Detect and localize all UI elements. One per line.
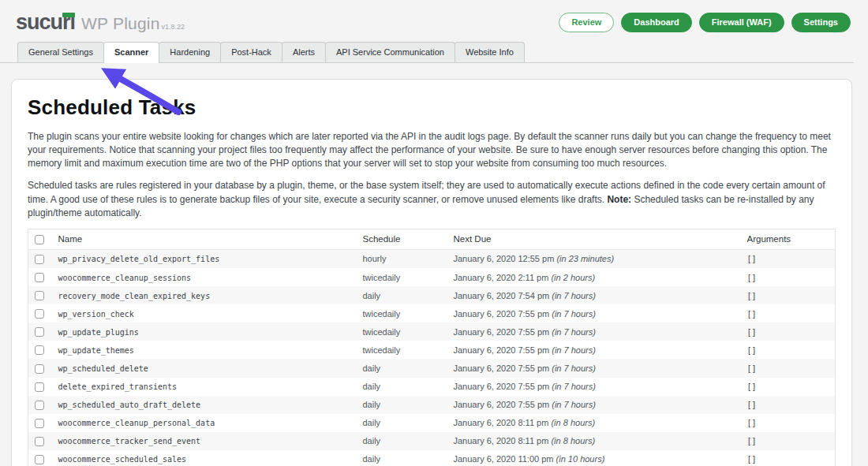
task-next-due: January 6, 2020 7:55 pm (in 7 hours) [447, 359, 741, 377]
row-checkbox[interactable] [35, 364, 44, 374]
version-label: v1.8.22 [162, 23, 185, 31]
task-arguments: [] [747, 292, 757, 300]
row-checkbox[interactable] [35, 309, 44, 319]
logo-green-accent [62, 13, 75, 17]
task-name: wp_scheduled_auto_draft_delete [58, 401, 201, 409]
row-checkbox[interactable] [35, 345, 44, 355]
row-checkbox[interactable] [35, 273, 44, 282]
task-next-due: January 6, 2020 12:55 pm (in 23 minutes) [447, 249, 741, 268]
task-name: woocommerce_scheduled_sales [58, 455, 187, 464]
tab-alerts[interactable]: Alerts [282, 42, 326, 62]
description-paragraph-1: The plugin scans your entire website loo… [28, 130, 836, 170]
task-schedule: twicedaily [357, 268, 447, 286]
row-checkbox[interactable] [35, 419, 44, 428]
task-name: wp_privacy_delete_old_export_files [58, 255, 220, 263]
note-label: Note: [607, 194, 631, 205]
table-row: woocommerce_cleanup_personal_datadailyJa… [28, 414, 836, 432]
tab-post-hack[interactable]: Post-Hack [220, 42, 282, 62]
row-checkbox[interactable] [35, 291, 44, 300]
table-row: wp_version_checktwicedailyJanuary 6, 202… [28, 304, 836, 322]
tab-general-settings[interactable]: General Settings [17, 42, 104, 62]
task-name: wp_update_plugins [58, 328, 139, 337]
task-name: woocommerce_tracker_send_event [58, 437, 201, 445]
task-name: wp_update_themes [58, 346, 134, 355]
settings-button[interactable]: Settings [791, 13, 851, 32]
table-row: woocommerce_cleanup_sessionstwicedailyJa… [28, 268, 836, 286]
review-button[interactable]: Review [559, 13, 614, 32]
page-title: Scheduled Tasks [28, 95, 836, 120]
task-schedule: daily [357, 396, 447, 414]
task-name: recovery_mode_clean_expired_keys [58, 292, 211, 300]
task-name: woocommerce_cleanup_sessions [58, 274, 192, 282]
task-arguments: [] [747, 437, 757, 445]
task-schedule: daily [357, 286, 447, 304]
task-name: woocommerce_cleanup_personal_data [58, 419, 215, 427]
column-header-name: Name [52, 229, 357, 249]
row-checkbox[interactable] [35, 327, 44, 337]
header-buttons: Review Dashboard Firewall (WAF) Settings [559, 13, 851, 32]
task-next-due: January 6, 2020 7:55 pm (in 7 hours) [447, 396, 741, 414]
task-name: delete_expired_transients [58, 382, 178, 391]
column-header-schedule: Schedule [357, 229, 447, 249]
task-arguments: [] [747, 255, 757, 263]
sucuri-logo: sucuri [16, 12, 75, 33]
task-next-due: January 6, 2020 7:55 pm (in 7 hours) [447, 341, 741, 359]
dashboard-button[interactable]: Dashboard [621, 13, 691, 32]
task-arguments: [] [747, 419, 757, 427]
row-checkbox[interactable] [35, 382, 44, 392]
description-paragraph-2: Scheduled tasks are rules registered in … [28, 179, 836, 219]
select-all-checkbox[interactable] [35, 235, 44, 244]
task-schedule: daily [357, 414, 447, 432]
table-row: wp_scheduled_auto_draft_deletedailyJanua… [28, 396, 836, 414]
table-row: woocommerce_tracker_send_eventdailyJanua… [28, 432, 836, 450]
row-checkbox[interactable] [35, 437, 44, 446]
task-arguments: [] [747, 346, 757, 355]
task-schedule: daily [357, 450, 447, 466]
task-arguments: [] [747, 310, 757, 319]
tab-hardening[interactable]: Hardening [159, 42, 221, 62]
task-next-due: January 6, 2020 2:11 pm (in 2 hours) [447, 268, 741, 286]
task-schedule: twicedaily [357, 322, 447, 341]
task-arguments: [] [747, 328, 757, 337]
task-schedule: daily [357, 378, 447, 396]
task-schedule: twicedaily [357, 341, 447, 359]
task-arguments: [] [747, 364, 757, 373]
task-arguments: [] [747, 274, 757, 282]
task-next-due: January 6, 2020 8:11 pm (in 8 hours) [447, 432, 741, 450]
table-row: delete_expired_transientsdailyJanuary 6,… [28, 378, 836, 396]
task-next-due: January 6, 2020 7:54 pm (in 7 hours) [447, 286, 741, 304]
task-schedule: twicedaily [357, 304, 447, 322]
top-bar: sucuri WP Plugin v1.8.22 Review Dashboar… [0, 0, 868, 41]
tab-api-service-communication[interactable]: API Service Communication [325, 42, 455, 62]
tab-scanner[interactable]: Scanner [103, 42, 159, 63]
product-name: WP Plugin [81, 14, 159, 33]
table-row: recovery_mode_clean_expired_keysdailyJan… [28, 286, 836, 304]
row-checkbox[interactable] [35, 401, 44, 410]
content-panel: Scheduled Tasks The plugin scans your en… [11, 79, 852, 466]
task-next-due: January 6, 2020 11:00 pm (in 10 hours) [447, 450, 741, 466]
task-schedule: daily [357, 359, 447, 377]
firewall-waf-button[interactable]: Firewall (WAF) [699, 13, 784, 32]
task-arguments: [] [747, 455, 757, 464]
table-row: woocommerce_scheduled_salesdailyJanuary … [28, 450, 836, 466]
table-row: wp_update_pluginstwicedailyJanuary 6, 20… [28, 322, 836, 341]
table-row: wp_update_themestwicedailyJanuary 6, 202… [28, 341, 836, 359]
row-checkbox[interactable] [35, 455, 44, 464]
task-next-due: January 6, 2020 7:55 pm (in 7 hours) [447, 378, 741, 396]
tasks-tbody: wp_privacy_delete_old_export_fileshourly… [28, 249, 836, 466]
tab-website-info[interactable]: Website Info [455, 42, 525, 62]
tab-strip: General Settings Scanner Hardening Post-… [0, 41, 854, 63]
task-schedule: hourly [357, 249, 447, 268]
row-checkbox[interactable] [35, 255, 44, 264]
task-schedule: daily [357, 432, 447, 450]
table-header-row: Name Schedule Next Due Arguments [28, 229, 836, 249]
task-next-due: January 6, 2020 7:55 pm (in 7 hours) [447, 322, 741, 341]
task-arguments: [] [747, 382, 757, 391]
task-name: wp_version_check [58, 310, 134, 319]
table-row: wp_privacy_delete_old_export_fileshourly… [28, 249, 836, 268]
column-header-arguments: Arguments [741, 229, 836, 249]
task-arguments: [] [747, 401, 757, 409]
task-next-due: January 6, 2020 8:11 pm (in 8 hours) [447, 414, 741, 432]
task-next-due: January 6, 2020 7:55 pm (in 7 hours) [447, 304, 741, 322]
scheduled-tasks-table: Name Schedule Next Due Arguments wp_priv… [28, 229, 836, 466]
